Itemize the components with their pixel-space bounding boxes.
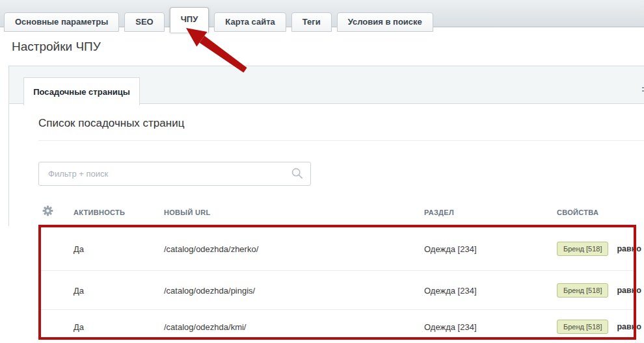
cell-properties: Бренд [518] равно Ж xyxy=(557,242,644,256)
grid-settings-button[interactable] xyxy=(42,205,53,216)
tab-tegi[interactable]: Теги xyxy=(291,12,332,32)
cell-section: Одежда [234] xyxy=(424,286,477,296)
cell-properties: Бренд [518] равно К xyxy=(557,320,644,334)
page-root: Основные параметры SEO ЧПУ Карта сайта Т… xyxy=(0,0,644,343)
column-header-section[interactable]: РАЗДЕЛ xyxy=(424,209,454,216)
search-icon[interactable] xyxy=(291,168,303,179)
cell-activity: Да xyxy=(74,286,84,296)
tab-seo[interactable]: SEO xyxy=(124,12,164,32)
table-row[interactable]: Да /catalog/odezhda/kmi/ Одежда [234] Бр… xyxy=(0,310,644,343)
condition-label: равно xyxy=(617,244,641,253)
table-row[interactable]: Да /catalog/odezhda/pingis/ Одежда [234]… xyxy=(0,271,644,310)
tab-karta-sayta[interactable]: Карта сайта xyxy=(214,12,286,32)
heading-divider xyxy=(38,140,644,141)
tab-usloviya-v-poiske[interactable]: Условия в поиске xyxy=(337,12,433,32)
property-badge[interactable]: Бренд [518] xyxy=(557,320,608,334)
top-tabs: Основные параметры SEO ЧПУ Карта сайта Т… xyxy=(4,7,433,32)
clipped-ui-fragment xyxy=(641,85,644,95)
column-header-properties[interactable]: СВОЙСТВА xyxy=(557,209,598,216)
cell-section: Одежда [234] xyxy=(424,244,477,253)
filter-search-input[interactable] xyxy=(38,162,311,186)
cell-section: Одежда [234] xyxy=(424,322,477,331)
top-tab-strip: Основные параметры SEO ЧПУ Карта сайта Т… xyxy=(0,0,644,27)
table-row[interactable]: Да /catalog/odezhda/zherko/ Одежда [234]… xyxy=(0,226,644,271)
gear-icon xyxy=(42,205,53,216)
page-title: Настройки ЧПУ xyxy=(12,40,101,54)
condition-label: равно xyxy=(617,286,641,295)
column-header-activity[interactable]: АКТИВНОСТЬ xyxy=(74,209,125,216)
tab-posadochnye-stranicy[interactable]: Посадочные страницы xyxy=(23,77,140,105)
column-header-new-url[interactable]: НОВЫЙ URL xyxy=(164,209,210,216)
cell-new-url: /catalog/odezhda/kmi/ xyxy=(164,322,246,331)
section-heading: Список посадочных страниц xyxy=(38,117,184,130)
cell-activity: Да xyxy=(74,322,84,331)
property-badge[interactable]: Бренд [518] xyxy=(557,242,608,256)
cell-activity: Да xyxy=(74,244,84,253)
filter-search-box xyxy=(38,162,311,186)
cell-new-url: /catalog/odezhda/pingis/ xyxy=(164,286,255,296)
tab-osnovnye-parametry[interactable]: Основные параметры xyxy=(4,12,119,32)
cell-properties: Бренд [518] равно П xyxy=(557,283,644,298)
condition-label: равно xyxy=(617,322,641,331)
property-badge[interactable]: Бренд [518] xyxy=(557,283,608,298)
cell-new-url: /catalog/odezhda/zherko/ xyxy=(164,244,258,253)
tab-chpu-active[interactable]: ЧПУ xyxy=(170,7,209,32)
